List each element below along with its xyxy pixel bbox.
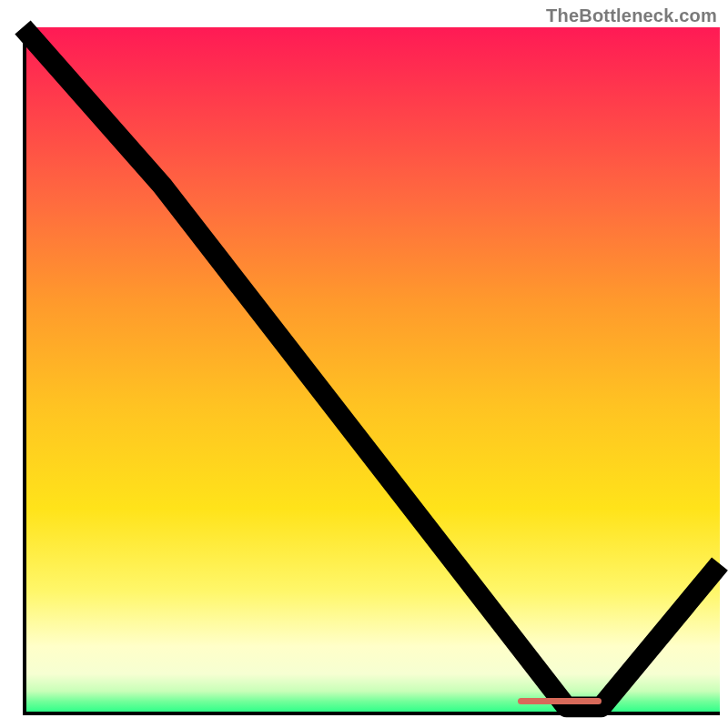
bottleneck-curve	[23, 27, 720, 715]
plot-area	[23, 27, 720, 715]
optimal-range-marker	[518, 698, 602, 704]
chart-canvas: TheBottleneck.com	[0, 0, 728, 728]
attribution-label: TheBottleneck.com	[546, 5, 717, 26]
